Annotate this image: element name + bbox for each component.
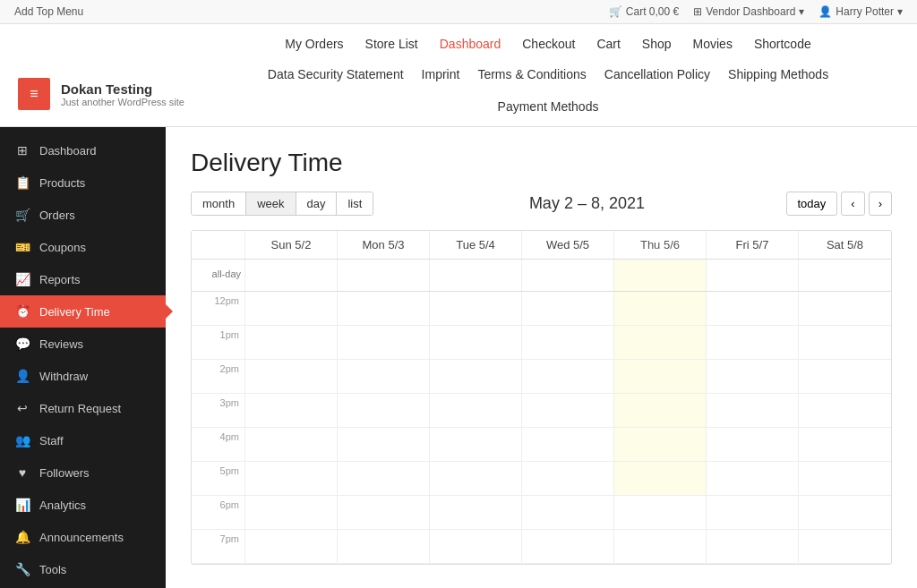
cell-fri-1pm[interactable] <box>707 326 799 359</box>
cell-mon-6pm[interactable] <box>338 496 430 529</box>
all-day-sat[interactable] <box>799 260 891 291</box>
cell-sat-2pm[interactable] <box>799 360 891 393</box>
cell-tue-3pm[interactable] <box>430 394 522 427</box>
cell-tue-4pm[interactable] <box>430 428 522 461</box>
cell-mon-1pm[interactable] <box>338 326 430 359</box>
cell-sun-12pm[interactable] <box>245 292 338 325</box>
cell-sat-12pm[interactable] <box>799 292 891 325</box>
sidebar-item-followers[interactable]: ♥ Followers <box>0 456 166 489</box>
sidebar-item-reviews[interactable]: 💬 Reviews <box>0 328 166 360</box>
cell-thu-7pm[interactable] <box>614 530 707 563</box>
day-view-button[interactable]: day <box>296 192 338 215</box>
nav-store-list[interactable]: Store List <box>365 37 418 51</box>
sidebar-item-staff[interactable]: 👥 Staff <box>0 424 166 456</box>
cell-fri-6pm[interactable] <box>707 496 799 529</box>
cell-wed-6pm[interactable] <box>522 496 614 529</box>
sidebar-item-products[interactable]: 📋 Products <box>0 166 166 199</box>
nav-imprint[interactable]: Imprint <box>422 67 460 81</box>
all-day-fri[interactable] <box>707 260 799 291</box>
sidebar-item-dashboard[interactable]: ⊞ Dashboard <box>0 134 166 166</box>
nav-data-security[interactable]: Data Security Statement <box>268 67 404 81</box>
cell-fri-3pm[interactable] <box>707 394 799 427</box>
sidebar-item-return-request[interactable]: ↩ Return Request <box>0 392 166 424</box>
sidebar-item-reports[interactable]: 📈 Reports <box>0 263 166 295</box>
nav-terms[interactable]: Terms & Conditions <box>477 67 586 81</box>
all-day-sun[interactable] <box>245 260 338 291</box>
cell-sat-7pm[interactable] <box>799 530 891 563</box>
cell-sat-4pm[interactable] <box>799 428 891 461</box>
sidebar-item-coupons[interactable]: 🎫 Coupons <box>0 231 166 263</box>
cell-wed-7pm[interactable] <box>522 530 614 563</box>
cell-fri-5pm[interactable] <box>707 462 799 495</box>
cart-link[interactable]: 🛒 Cart 0,00 € <box>609 5 679 18</box>
cell-sun-1pm[interactable] <box>245 326 338 359</box>
cell-sat-5pm[interactable] <box>799 462 891 495</box>
cell-tue-6pm[interactable] <box>430 496 522 529</box>
list-view-button[interactable]: list <box>337 192 373 215</box>
week-view-button[interactable]: week <box>246 192 296 215</box>
cell-sat-3pm[interactable] <box>799 394 891 427</box>
sidebar-item-orders[interactable]: 🛒 Orders <box>0 199 166 231</box>
cell-thu-1pm[interactable] <box>614 326 707 359</box>
nav-dashboard[interactable]: Dashboard <box>440 37 501 51</box>
nav-shop[interactable]: Shop <box>642 37 672 51</box>
cell-mon-2pm[interactable] <box>338 360 430 393</box>
cell-thu-4pm[interactable] <box>614 428 707 461</box>
cell-mon-5pm[interactable] <box>338 462 430 495</box>
add-top-menu[interactable]: Add Top Menu <box>14 5 83 18</box>
cell-wed-4pm[interactable] <box>522 428 614 461</box>
cell-sat-6pm[interactable] <box>799 496 891 529</box>
nav-shortcode[interactable]: Shortcode <box>754 37 811 51</box>
nav-my-orders[interactable]: My Orders <box>285 37 343 51</box>
sidebar-item-delivery-time[interactable]: ⏰ Delivery Time <box>0 295 166 328</box>
all-day-tue[interactable] <box>430 260 522 291</box>
cell-fri-4pm[interactable] <box>707 428 799 461</box>
cell-mon-12pm[interactable] <box>338 292 430 325</box>
cell-sun-6pm[interactable] <box>245 496 338 529</box>
sidebar-item-withdraw[interactable]: 👤 Withdraw <box>0 360 166 392</box>
cell-sun-5pm[interactable] <box>245 462 338 495</box>
cell-sun-4pm[interactable] <box>245 428 338 461</box>
site-name[interactable]: Dokan Testing <box>61 81 184 97</box>
cell-mon-3pm[interactable] <box>338 394 430 427</box>
cell-fri-7pm[interactable] <box>707 530 799 563</box>
all-day-thu[interactable] <box>614 260 707 291</box>
sidebar-item-analytics[interactable]: 📊 Analytics <box>0 489 166 521</box>
cell-tue-5pm[interactable] <box>430 462 522 495</box>
next-button[interactable]: › <box>869 192 892 216</box>
cell-thu-6pm[interactable] <box>614 496 707 529</box>
cell-fri-2pm[interactable] <box>707 360 799 393</box>
cell-mon-7pm[interactable] <box>338 530 430 563</box>
prev-button[interactable]: ‹ <box>841 192 864 216</box>
cell-thu-3pm[interactable] <box>614 394 707 427</box>
cell-sun-7pm[interactable] <box>245 530 338 563</box>
nav-movies[interactable]: Movies <box>693 37 733 51</box>
month-view-button[interactable]: month <box>192 192 246 215</box>
today-button[interactable]: today <box>786 192 838 216</box>
cell-sun-2pm[interactable] <box>245 360 338 393</box>
user-menu[interactable]: 👤 Harry Potter ▾ <box>818 5 903 18</box>
cell-tue-1pm[interactable] <box>430 326 522 359</box>
cell-sun-3pm[interactable] <box>245 394 338 427</box>
cell-thu-2pm[interactable] <box>614 360 707 393</box>
nav-checkout[interactable]: Checkout <box>522 37 575 51</box>
cell-tue-12pm[interactable] <box>430 292 522 325</box>
nav-shipping[interactable]: Shipping Methods <box>728 67 828 81</box>
cell-wed-3pm[interactable] <box>522 394 614 427</box>
all-day-wed[interactable] <box>522 260 614 291</box>
nav-payment-methods[interactable]: Payment Methods <box>498 99 599 114</box>
cell-wed-12pm[interactable] <box>522 292 614 325</box>
cell-wed-1pm[interactable] <box>522 326 614 359</box>
cell-thu-5pm[interactable] <box>614 462 707 495</box>
vendor-dashboard-link[interactable]: ⊞ Vendor Dashboard ▾ <box>693 5 804 18</box>
sidebar-item-announcements[interactable]: 🔔 Announcements <box>0 521 166 553</box>
cell-wed-5pm[interactable] <box>522 462 614 495</box>
all-day-mon[interactable] <box>338 260 430 291</box>
cell-tue-2pm[interactable] <box>430 360 522 393</box>
sidebar-item-tools[interactable]: 🔧 Tools <box>0 553 166 585</box>
cell-fri-12pm[interactable] <box>707 292 799 325</box>
cell-thu-12pm[interactable] <box>614 292 707 325</box>
cell-wed-2pm[interactable] <box>522 360 614 393</box>
cell-sat-1pm[interactable] <box>799 326 891 359</box>
nav-cart[interactable]: Cart <box>596 37 620 51</box>
